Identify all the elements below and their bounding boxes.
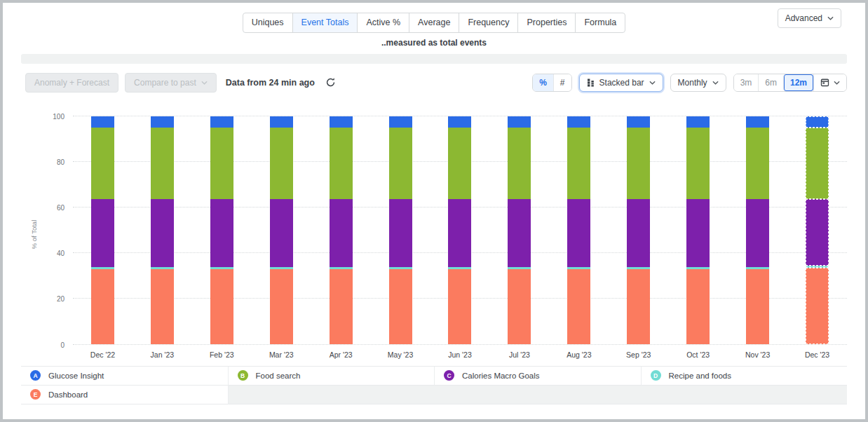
tab-formula[interactable]: Formula <box>575 13 625 33</box>
tab-properties[interactable]: Properties <box>517 13 576 33</box>
number-toggle-button[interactable]: # <box>553 74 571 91</box>
stacked-bar-mar-23[interactable] <box>270 116 293 345</box>
legend-item-dashboard[interactable]: EDashboard <box>21 386 228 404</box>
range-3m-button[interactable]: 3m <box>734 74 759 91</box>
bar-segment-glucose-insight[interactable] <box>330 116 353 128</box>
bar-segment-food-search[interactable] <box>567 128 590 200</box>
tab-uniques[interactable]: Uniques <box>243 13 293 33</box>
bar-segment-dashboard[interactable] <box>270 269 293 345</box>
stacked-bar-apr-23[interactable] <box>330 116 353 345</box>
bar-segment-food-search[interactable] <box>91 128 114 200</box>
stacked-bar-nov-23[interactable] <box>746 116 769 345</box>
date-picker-button[interactable] <box>813 74 846 91</box>
stacked-bar-may-23[interactable] <box>389 116 412 345</box>
bar-segment-calories-macro-goals[interactable] <box>567 199 590 266</box>
bar-segment-food-search[interactable] <box>389 128 412 200</box>
legend-item-food-search[interactable]: BFood search <box>228 367 435 386</box>
compare-to-past-dropdown[interactable]: Compare to past <box>125 73 217 93</box>
stacked-bar-jul-23[interactable] <box>508 116 531 345</box>
measurement-subtitle: ..measured as total events <box>3 38 865 48</box>
tab-frequency[interactable]: Frequency <box>459 13 518 33</box>
bar-segment-glucose-insight[interactable] <box>448 116 471 128</box>
bar-segment-calories-macro-goals[interactable] <box>746 199 769 266</box>
bar-segment-glucose-insight[interactable] <box>806 116 829 128</box>
anomaly-forecast-button[interactable]: Anomaly + Forecast <box>25 73 118 93</box>
stacked-bar-dec-23[interactable] <box>806 116 829 345</box>
bar-segment-food-search[interactable] <box>448 128 471 200</box>
bar-segment-calories-macro-goals[interactable] <box>508 199 531 266</box>
legend-marker-c: C <box>444 370 454 381</box>
legend-marker-a: A <box>30 370 41 381</box>
bar-segment-dashboard[interactable] <box>806 268 829 344</box>
bar-segment-dashboard[interactable] <box>210 269 233 345</box>
stacked-bar-aug-23[interactable] <box>567 116 590 345</box>
bar-segment-calories-macro-goals[interactable] <box>448 199 471 266</box>
bar-segment-glucose-insight[interactable] <box>389 116 412 128</box>
range-6m-button[interactable]: 6m <box>758 74 783 91</box>
bar-segment-dashboard[interactable] <box>627 269 650 345</box>
stacked-bar-sep-23[interactable] <box>627 116 650 345</box>
bar-segment-food-search[interactable] <box>508 128 531 200</box>
bar-segment-glucose-insight[interactable] <box>91 116 114 128</box>
percent-toggle-button[interactable]: % <box>533 74 553 91</box>
bar-segment-glucose-insight[interactable] <box>746 116 769 128</box>
bar-segment-dashboard[interactable] <box>567 269 590 345</box>
bar-segment-dashboard[interactable] <box>151 269 174 345</box>
tab-active[interactable]: Active % <box>357 13 409 33</box>
x-tick-label: Apr '23 <box>311 350 371 359</box>
bar-segment-dashboard[interactable] <box>508 269 531 345</box>
bar-segment-calories-macro-goals[interactable] <box>389 199 412 266</box>
legend-item-calories-macro-goals[interactable]: CCalories Macro Goals <box>434 367 641 386</box>
bar-segment-calories-macro-goals[interactable] <box>151 199 174 266</box>
bar-segment-calories-macro-goals[interactable] <box>91 199 114 266</box>
bar-segment-dashboard[interactable] <box>746 269 769 345</box>
tab-average[interactable]: Average <box>409 13 459 33</box>
bar-segment-food-search[interactable] <box>686 128 710 200</box>
bar-segment-calories-macro-goals[interactable] <box>806 199 829 266</box>
stacked-bar-jan-23[interactable] <box>151 116 174 345</box>
range-12m-button[interactable]: 12m <box>783 74 813 91</box>
bar-segment-food-search[interactable] <box>270 128 293 200</box>
refresh-button[interactable] <box>325 77 336 88</box>
bar-segment-glucose-insight[interactable] <box>686 116 710 128</box>
bar-segment-calories-macro-goals[interactable] <box>686 199 710 266</box>
interval-dropdown[interactable]: Monthly <box>670 74 726 92</box>
stacked-bar-dec-22[interactable] <box>91 116 114 345</box>
bar-segment-glucose-insight[interactable] <box>270 116 293 128</box>
bar-segment-glucose-insight[interactable] <box>508 116 531 128</box>
bar-segment-dashboard[interactable] <box>448 269 471 345</box>
bar-segment-calories-macro-goals[interactable] <box>270 199 293 266</box>
bar-segment-calories-macro-goals[interactable] <box>330 199 353 266</box>
bar-segment-food-search[interactable] <box>210 128 233 200</box>
bar-segment-glucose-insight[interactable] <box>151 116 174 128</box>
x-tick-label: Dec '23 <box>787 350 847 359</box>
tab-event-totals[interactable]: Event Totals <box>292 13 358 33</box>
stacked-bar-feb-23[interactable] <box>210 116 233 345</box>
bar-column-aug-23 <box>549 116 609 345</box>
bar-segment-food-search[interactable] <box>746 128 769 200</box>
stacked-bar-jun-23[interactable] <box>448 116 471 345</box>
bar-segment-glucose-insight[interactable] <box>567 116 590 128</box>
bar-segment-dashboard[interactable] <box>389 269 412 345</box>
bar-column-apr-23 <box>311 116 371 345</box>
bar-segment-food-search[interactable] <box>330 128 353 200</box>
bar-segment-glucose-insight[interactable] <box>627 116 650 128</box>
bar-segment-dashboard[interactable] <box>686 269 710 345</box>
bar-segment-food-search[interactable] <box>151 128 174 200</box>
x-tick-label: Jun '23 <box>430 350 490 359</box>
toolbar-left: Anomaly + Forecast Compare to past Data … <box>21 73 336 93</box>
bar-segment-dashboard[interactable] <box>91 269 114 345</box>
bar-segment-food-search[interactable] <box>806 128 829 200</box>
legend-item-glucose-insight[interactable]: AGlucose Insight <box>21 367 228 386</box>
stacked-bar-oct-23[interactable] <box>686 116 710 345</box>
bar-segment-dashboard[interactable] <box>330 269 353 345</box>
advanced-button[interactable]: Advanced <box>778 8 841 28</box>
bar-segment-calories-macro-goals[interactable] <box>210 199 233 266</box>
legend-item-recipe-and-foods[interactable]: DRecipe and foods <box>641 367 848 386</box>
chart-type-label: Stacked bar <box>599 78 644 88</box>
bar-segment-glucose-insight[interactable] <box>210 116 233 128</box>
app-window: UniquesEvent TotalsActive %AverageFreque… <box>0 0 868 422</box>
bar-segment-calories-macro-goals[interactable] <box>627 199 650 266</box>
bar-segment-food-search[interactable] <box>627 128 650 200</box>
chart-type-dropdown[interactable]: Stacked bar <box>579 74 663 92</box>
